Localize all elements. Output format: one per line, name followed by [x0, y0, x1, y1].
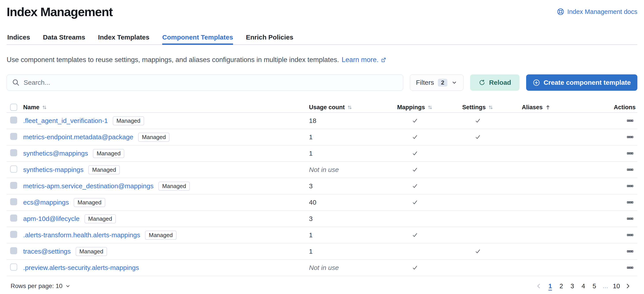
actions-cell [563, 165, 638, 174]
tab-enrich-policies[interactable]: Enrich Policies [246, 34, 293, 44]
docs-link-label: Index Management docs [567, 8, 638, 16]
row-checkbox [10, 182, 17, 189]
name-cell: .alerts-transform.health.alerts-mappings… [23, 231, 309, 240]
row-actions-button[interactable] [626, 165, 635, 174]
check-mark-icon [474, 134, 481, 140]
row-actions-button[interactable] [626, 132, 635, 142]
usage-count-cell: 3 [309, 182, 384, 190]
template-name-link[interactable]: ecs@mappings [23, 199, 69, 206]
create-component-template-button[interactable]: Create component template [526, 74, 638, 91]
chevron-left-icon [536, 283, 542, 289]
page-number-10[interactable]: 10 [611, 280, 622, 292]
page-number-1[interactable]: 1 [545, 280, 555, 292]
select-all-checkbox[interactable] [10, 104, 17, 111]
mappings-cell [384, 264, 446, 271]
row-checkbox-cell [6, 116, 23, 125]
learn-more-link[interactable]: Learn more. [342, 56, 386, 64]
row-actions-button[interactable] [626, 230, 635, 240]
usage-count-value: 1 [309, 248, 313, 255]
template-name-link[interactable]: metrics-endpoint.metadata@package [23, 133, 133, 141]
tab-indices[interactable]: Indices [7, 34, 30, 44]
column-header-usage-count[interactable]: Usage count [309, 104, 384, 111]
mappings-cell [384, 199, 446, 206]
page-number-4[interactable]: 4 [578, 280, 588, 292]
page-title: Index Management [6, 4, 112, 20]
filters-button[interactable]: Filters 2 [410, 74, 464, 91]
table-row: apm-10d@lifecycleManaged3 [6, 211, 638, 227]
column-label-mappings: Mappings [397, 104, 425, 111]
row-checkbox[interactable] [10, 264, 17, 270]
mappings-cell [384, 232, 446, 238]
help-ring-icon [557, 8, 564, 16]
docs-link[interactable]: Index Management docs [557, 8, 638, 16]
usage-count-value: 1 [309, 231, 313, 238]
template-name-link[interactable]: .preview.alerts-security.alerts-mappings [23, 264, 139, 272]
managed-badge: Managed [88, 165, 120, 174]
managed-badge: Managed [138, 133, 170, 142]
row-checkbox [10, 247, 17, 254]
check-mark-icon [412, 118, 418, 124]
row-actions-button[interactable] [626, 247, 635, 256]
usage-count-cell: 18 [309, 117, 384, 124]
sortable-icon [42, 104, 47, 110]
template-name-link[interactable]: apm-10d@lifecycle [23, 215, 80, 222]
page-number-3[interactable]: 3 [567, 280, 577, 292]
actions-cell [563, 247, 638, 256]
template-name-link[interactable]: synthetics-mappings [23, 166, 84, 174]
usage-count-value: 1 [309, 133, 313, 140]
pagination-ellipsis: … [600, 280, 610, 292]
mappings-cell [384, 118, 446, 124]
row-actions-button[interactable] [626, 214, 635, 223]
actions-cell [563, 182, 638, 191]
row-actions-button[interactable] [626, 149, 635, 158]
row-checkbox-cell [6, 133, 23, 142]
three-boxes-icon [627, 118, 634, 124]
column-header-settings[interactable]: Settings [446, 104, 510, 111]
row-checkbox [10, 116, 17, 124]
managed-badge: Managed [145, 231, 176, 240]
usage-count-value: 18 [309, 117, 316, 124]
arrow-up-icon [545, 104, 551, 110]
table-row: synthetics-mappingsManagedNot in use [6, 162, 638, 178]
page-number-5[interactable]: 5 [589, 280, 600, 292]
usage-count-cell: 1 [309, 150, 384, 157]
column-header-mappings[interactable]: Mappings [384, 104, 446, 111]
filters-count-badge: 2 [438, 79, 447, 86]
row-actions-button[interactable] [626, 198, 635, 207]
actions-cell [563, 263, 638, 272]
usage-count-value: 3 [309, 215, 313, 222]
column-header-name[interactable]: Name [23, 104, 309, 111]
three-boxes-icon [627, 166, 634, 173]
mappings-cell [384, 134, 446, 140]
settings-cell [446, 134, 510, 140]
row-checkbox[interactable] [10, 166, 17, 172]
template-name-link[interactable]: .fleet_agent_id_verification-1 [23, 117, 108, 124]
check-mark-icon [412, 134, 418, 140]
row-actions-button[interactable] [626, 182, 635, 191]
template-name-link[interactable]: traces@settings [23, 248, 71, 255]
next-page-button[interactable] [622, 281, 634, 291]
template-name-link[interactable]: synthetics@mappings [23, 150, 88, 157]
three-boxes-icon [627, 216, 634, 222]
reload-label: Reload [489, 79, 511, 86]
column-header-aliases[interactable]: Aliases [510, 104, 563, 111]
rows-per-page-label: Rows per page: 10 [10, 282, 62, 290]
settings-cell [446, 248, 510, 255]
tab-data-streams[interactable]: Data Streams [43, 34, 85, 44]
usage-count-value: 1 [309, 150, 313, 157]
row-actions-button[interactable] [626, 116, 635, 125]
tab-index-templates[interactable]: Index Templates [98, 34, 150, 44]
chevron-right-icon [624, 283, 631, 289]
row-checkbox [10, 149, 17, 156]
rows-per-page-button[interactable]: Rows per page: 10 [10, 282, 70, 290]
tab-component-templates[interactable]: Component Templates [162, 34, 233, 44]
managed-badge: Managed [84, 214, 116, 223]
reload-button[interactable]: Reload [470, 74, 520, 91]
search-input[interactable] [24, 79, 398, 86]
row-actions-button[interactable] [626, 263, 635, 272]
page-number-2[interactable]: 2 [556, 280, 566, 292]
template-name-link[interactable]: .alerts-transform.health.alerts-mappings [23, 231, 140, 239]
usage-count-cell: 3 [309, 215, 384, 222]
check-mark-icon [412, 232, 418, 238]
template-name-link[interactable]: metrics-apm.service_destination@mappings [23, 182, 154, 190]
